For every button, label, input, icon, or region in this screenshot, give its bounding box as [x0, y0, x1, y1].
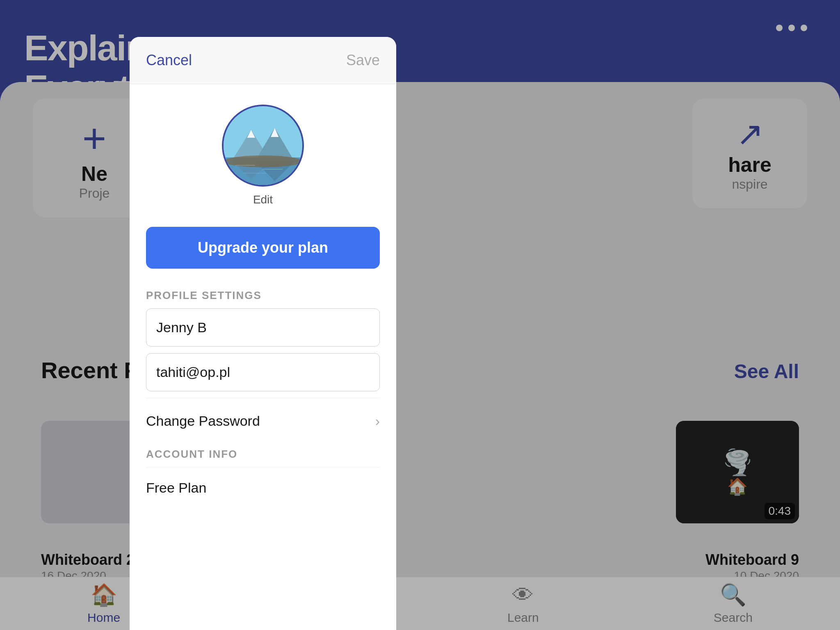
modal-overlay: Cancel Save — [0, 0, 840, 630]
save-button[interactable]: Save — [346, 52, 380, 69]
profile-modal: Cancel Save — [130, 37, 396, 630]
change-password-row[interactable]: Change Password › — [146, 398, 380, 444]
email-input[interactable] — [146, 353, 380, 391]
change-password-label: Change Password — [146, 413, 260, 429]
upgrade-plan-button[interactable]: Upgrade your plan — [146, 227, 380, 269]
cancel-button[interactable]: Cancel — [146, 52, 192, 69]
avatar-container[interactable] — [222, 105, 304, 187]
profile-settings-header: PROFILE SETTINGS — [146, 289, 380, 302]
avatar-edit-label[interactable]: Edit — [253, 193, 273, 206]
avatar-section: Edit — [146, 84, 380, 223]
modal-body: Edit Upgrade your plan PROFILE SETTINGS … — [130, 84, 396, 630]
account-info-section: ACCOUNT INFO Free Plan — [146, 448, 380, 508]
mountain-svg — [224, 106, 302, 185]
modal-header: Cancel Save — [130, 37, 396, 84]
account-info-header: ACCOUNT INFO — [146, 448, 380, 461]
svg-point-8 — [224, 155, 302, 167]
plan-label: Free Plan — [146, 467, 380, 508]
chevron-right-icon: › — [375, 413, 380, 429]
avatar — [222, 105, 304, 187]
name-input[interactable] — [146, 308, 380, 347]
